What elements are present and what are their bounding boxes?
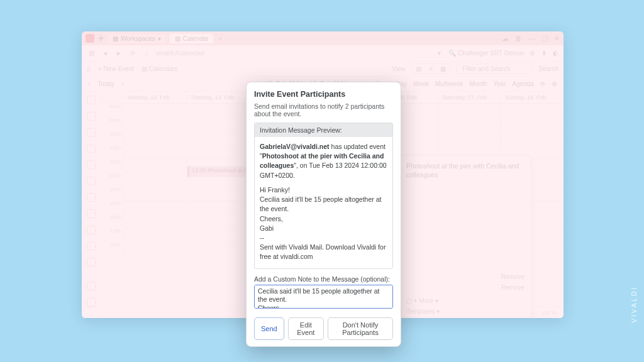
- calendar-cell[interactable]: [186, 131, 249, 145]
- nav-forward-icon[interactable]: ►: [114, 50, 123, 57]
- calendar-cell[interactable]: [123, 145, 186, 159]
- tab-calendar-label: Calendar: [183, 35, 209, 42]
- nav-prev-icon[interactable]: ‹: [88, 80, 90, 87]
- panel-settings-icon[interactable]: [87, 298, 96, 307]
- panel-calendar-icon[interactable]: [87, 226, 96, 234]
- panel-mail-icon[interactable]: [87, 209, 96, 218]
- dont-notify-button[interactable]: Don't Notify Participants: [328, 317, 393, 340]
- window-minimize-icon[interactable]: —: [528, 35, 535, 43]
- hour-label: 1100: [101, 145, 123, 159]
- custom-note-textarea[interactable]: [254, 285, 393, 309]
- calendar-cell[interactable]: [186, 200, 249, 214]
- calendar-cell[interactable]: [438, 118, 501, 131]
- filter-input[interactable]: Filter and Search: [457, 63, 532, 74]
- panel-toggle-icon[interactable]: ▥: [87, 50, 96, 57]
- calendar-cell[interactable]: [123, 118, 186, 131]
- calendar-cell[interactable]: [123, 173, 186, 187]
- panel-history-icon[interactable]: [87, 145, 96, 153]
- nav-reload-icon[interactable]: ⟳: [128, 50, 137, 57]
- new-event-button[interactable]: + New Event: [98, 65, 134, 72]
- vivaldi-logo-icon: [86, 34, 94, 43]
- calendar-cell[interactable]: [438, 104, 501, 118]
- today-button[interactable]: Today: [97, 80, 114, 87]
- tab-workspaces-label: Workspaces: [121, 35, 155, 42]
- day-header: Sunday, 18. Feb: [501, 92, 564, 103]
- calendar-cell[interactable]: [123, 242, 186, 256]
- view-year[interactable]: Year: [493, 80, 506, 87]
- remove-link[interactable]: Remove: [406, 273, 525, 280]
- url-field[interactable]: vivaldi://calendar/: [156, 50, 313, 57]
- nav-next-icon[interactable]: ›: [122, 80, 124, 87]
- trash-icon[interactable]: 🗑: [515, 35, 522, 43]
- calendar-cell[interactable]: [186, 145, 249, 159]
- calendar-cell[interactable]: [186, 118, 249, 131]
- calendar-cell[interactable]: [123, 228, 186, 242]
- calendar-cell[interactable]: [123, 159, 186, 173]
- settings-icon[interactable]: ⚙: [552, 80, 557, 87]
- calendar-icon: ▤: [175, 35, 180, 42]
- downloads-icon[interactable]: ⬇: [541, 50, 547, 57]
- dialog-subtitle: Send email invitations to notify 2 parti…: [254, 102, 393, 118]
- day-header: Tuesday, 13. Feb: [186, 92, 249, 103]
- panel-tasks-icon[interactable]: [87, 258, 96, 266]
- panel-downloads-icon[interactable]: [87, 128, 96, 137]
- send-button[interactable]: Send: [254, 317, 284, 340]
- nav-home-icon[interactable]: ⌂: [142, 50, 151, 57]
- view-week[interactable]: Week: [413, 80, 429, 87]
- day-header: Monday, 12. Feb: [123, 92, 186, 103]
- tab-calendar[interactable]: ▤ Calendar: [170, 34, 214, 43]
- calendar-cell[interactable]: [123, 214, 186, 228]
- window-maximize-icon[interactable]: ▢: [541, 35, 548, 43]
- view-agenda[interactable]: Agenda: [513, 80, 534, 87]
- panel-add-icon[interactable]: [87, 282, 96, 290]
- remove-link[interactable]: Remove: [406, 284, 525, 291]
- sidebar-toggle-icon[interactable]: ✚: [98, 35, 104, 43]
- invitation-preview: Invitation Message Preview: GabrielaV@vi…: [254, 123, 393, 269]
- calendar-cell[interactable]: [186, 228, 249, 242]
- bookmarks-folder-icon[interactable]: ▯: [87, 65, 91, 72]
- calendar-cell[interactable]: [501, 118, 564, 131]
- calendar-cell[interactable]: [186, 187, 249, 200]
- calendar-cell[interactable]: [123, 131, 186, 145]
- view-compact-icon[interactable]: ▦: [436, 64, 450, 74]
- templates-dropdown[interactable]: Templates: [406, 308, 435, 315]
- refresh-icon[interactable]: ⟳: [540, 80, 545, 87]
- cloud-icon[interactable]: ☁: [502, 35, 509, 43]
- search-button[interactable]: Search: [538, 65, 558, 72]
- hour-label: 1800: [101, 242, 123, 256]
- bookmark-icon[interactable]: ▾: [435, 50, 443, 57]
- calendar-cell[interactable]: [123, 104, 186, 118]
- edit-event-button[interactable]: Edit Event: [288, 317, 324, 340]
- nav-back-icon[interactable]: ◄: [101, 50, 109, 57]
- search-engine-badge[interactable]: 🔍 Challenger SRT Demon: [448, 50, 525, 57]
- calendar-cell[interactable]: [186, 242, 249, 256]
- calendar-cell[interactable]: [186, 214, 249, 228]
- preview-body: GabrielaV@vivaldi.net has updated event …: [255, 137, 392, 268]
- panel-feeds-icon[interactable]: [87, 242, 96, 251]
- panel-window-icon[interactable]: [87, 193, 96, 202]
- dialog-title: Invite Event Participants: [254, 90, 393, 99]
- view-block-icon[interactable]: ▤: [412, 64, 425, 74]
- view-toggle[interactable]: ▤ ≡ ▦: [411, 63, 450, 74]
- new-tab-button[interactable]: ＋: [217, 34, 224, 43]
- calendar-cell[interactable]: [501, 131, 564, 145]
- extensions-icon[interactable]: ⚙: [530, 50, 535, 57]
- calendar-cell[interactable]: [123, 200, 186, 214]
- panel-bookmarks-icon[interactable]: [87, 96, 96, 104]
- view-multiweek[interactable]: Multiweek: [435, 80, 463, 87]
- calendar-cell[interactable]: [438, 131, 501, 145]
- panel-reading-icon[interactable]: [87, 112, 96, 121]
- calendar-cell[interactable]: [501, 104, 564, 118]
- calendars-dropdown[interactable]: ▤ Calendars: [142, 65, 177, 72]
- calendar-cell[interactable]: [186, 104, 249, 118]
- calendar-cell[interactable]: [123, 187, 186, 200]
- window-close-icon[interactable]: ✕: [554, 35, 560, 43]
- panel-notes-icon[interactable]: [87, 160, 96, 169]
- view-list-icon[interactable]: ≡: [425, 64, 436, 74]
- view-label: View: [392, 65, 406, 72]
- more-dropdown[interactable]: ▢ + More ▾: [406, 297, 438, 304]
- panel-translate-icon[interactable]: [87, 177, 96, 185]
- view-month[interactable]: Month: [470, 80, 487, 87]
- tab-workspaces[interactable]: ▦ Workspaces ▾: [108, 34, 166, 43]
- profile-icon[interactable]: ◐: [553, 50, 558, 57]
